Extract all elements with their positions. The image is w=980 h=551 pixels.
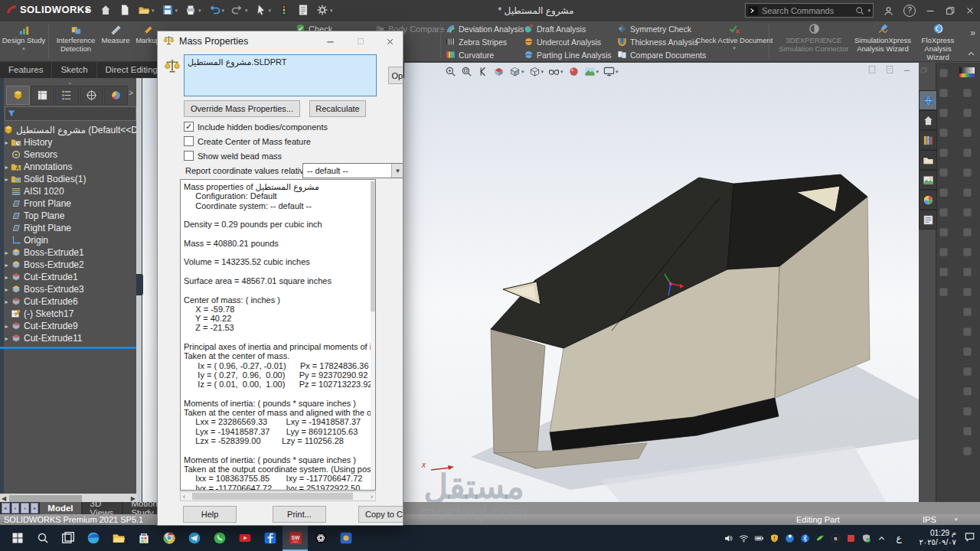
qa-options-dropdown-icon[interactable]: ▾ [330, 8, 333, 13]
search-dropdown-icon[interactable]: ▾ [867, 8, 871, 13]
tray-tray-expand-button[interactable] [876, 533, 887, 543]
checkbox-create-center-of-mass-feature[interactable]: Create Center of Mass feature [184, 136, 311, 146]
headsup-hide-show-items-button[interactable]: ▾ [548, 66, 564, 77]
taskbar-facebook-button[interactable] [257, 525, 283, 551]
tree-item-cut-extrude1[interactable]: ▸Cut-Extrude1 [0, 271, 137, 283]
checkbox-checked-icon[interactable]: ✓ [184, 122, 194, 132]
report-vscroll-thumb[interactable] [371, 181, 375, 311]
taskbar-clock[interactable]: 01:29 م ٢٠٢٥/٠٩/٠٧ [910, 529, 956, 548]
taskbar-app-blue-button[interactable] [333, 525, 358, 551]
panel-tab-displaymanager[interactable] [104, 86, 128, 105]
taskpane-tab-appearances-scenes[interactable] [919, 190, 937, 210]
options-button[interactable]: Options... [388, 67, 403, 84]
tree-item-solid-bodies-1[interactable]: ▸Solid Bodies(1) [0, 173, 137, 185]
expand-arrow-icon[interactable]: ▸ [2, 286, 11, 293]
tree-item-cut-extrude9[interactable]: ▸Cut-Extrude9 [0, 320, 137, 332]
qa-select-button[interactable]: ▾ [255, 4, 272, 16]
notification-center-button[interactable] [960, 531, 978, 546]
help-button-dialog[interactable]: Help [183, 506, 237, 523]
tree-item-sensors[interactable]: Sensors [0, 148, 137, 161]
qa-undo-dropdown-icon[interactable]: ▾ [222, 8, 225, 13]
tree-item-boss-extrude2[interactable]: ▸Boss-Extrude2 [0, 259, 137, 271]
ribbon-overflow-button[interactable]: » [970, 28, 975, 38]
panel-tab-propertymanager[interactable] [31, 86, 54, 105]
view-tab-model[interactable]: Model [40, 502, 80, 514]
view-nav-button[interactable]: › [21, 503, 29, 514]
units-label[interactable]: IPS [923, 515, 936, 524]
headsup-hide-show-items-dropdown-icon[interactable]: ▾ [560, 69, 564, 74]
expand-arrow-icon[interactable]: ▸ [2, 249, 11, 256]
view-nav-button[interactable]: » [31, 503, 39, 514]
deviation-analysis-button[interactable]: Deviation Analysis [446, 22, 524, 35]
tree-item-sketch17[interactable]: (-) Sketch17 [0, 308, 137, 320]
taskbar-store-button[interactable] [131, 525, 156, 551]
qa-save-dropdown-icon[interactable]: ▾ [175, 8, 178, 13]
dropdown-icon[interactable]: ▾ [22, 46, 25, 51]
dialog-close-button[interactable] [378, 31, 401, 51]
print-button[interactable]: Print... [273, 506, 326, 523]
tray-wifi-button[interactable] [738, 533, 750, 543]
tree-item-front-plane[interactable]: Front Plane [0, 197, 137, 210]
taskbar-chatgpt-button[interactable] [308, 525, 333, 551]
parting-line-analysis-button[interactable]: Parting Line Analysis [524, 48, 611, 61]
tree-item-aisi-1020[interactable]: AISI 1020 [0, 185, 137, 197]
headsup-view-orientation-button[interactable]: ▾ [509, 66, 524, 77]
tab-sketch[interactable]: Sketch [52, 61, 96, 78]
headsup-view-orientation-dropdown-icon[interactable]: ▾ [521, 69, 524, 74]
headsup-edit-appearance-button[interactable] [568, 66, 580, 77]
expand-arrow-icon[interactable]: ▸ [2, 298, 11, 305]
panel-tab-configurationmanager[interactable] [55, 86, 79, 105]
taskbar-chrome-button[interactable] [156, 525, 181, 551]
logo-expand-arrow-icon[interactable]: ▶ [86, 5, 91, 13]
taskbar-solidworks-app-button[interactable]: SW2021 [283, 525, 308, 551]
interference-detection-button[interactable]: Interference Detection [51, 23, 100, 60]
ribbon-collapse-button[interactable] [967, 47, 975, 61]
tray-bb-button[interactable]: B [830, 533, 841, 543]
tree-item-right-plane[interactable]: Right Plane [0, 222, 137, 234]
panel-tab-featuremanager[interactable] [6, 86, 30, 105]
search-commands-box[interactable]: Search Commands ▾ [745, 3, 874, 18]
recalculate-button[interactable]: Recalculate [309, 100, 366, 117]
taskbar-youtube-button[interactable] [232, 525, 257, 551]
override-mass-properties-button[interactable]: Override Mass Properties... [184, 100, 300, 117]
dialog-minimize-button[interactable] [318, 31, 341, 51]
tray-shield-alert-button[interactable] [769, 533, 780, 543]
appearance-swatch[interactable] [959, 67, 975, 77]
qa-select-dropdown-icon[interactable]: ▾ [269, 8, 272, 13]
qa-undo-button[interactable]: ▾ [208, 4, 225, 16]
expand-arrow-icon[interactable]: ▸ [2, 139, 11, 146]
qa-print-dropdown-icon[interactable]: ▾ [198, 8, 201, 13]
compare-documents-button[interactable]: Compare Documents [617, 48, 706, 61]
expand-arrow-icon[interactable]: ▸ [2, 176, 11, 183]
expand-arrow-icon[interactable]: ▸ [2, 323, 11, 330]
tray-shield-check-button[interactable] [861, 533, 872, 543]
taskbar-telegram-button[interactable] [181, 525, 207, 551]
qa-rebuild-button[interactable] [278, 4, 290, 16]
tab-features[interactable]: Features [0, 61, 52, 78]
window-minimize-button[interactable] [920, 0, 940, 21]
qa-redo-button[interactable]: ▾ [231, 4, 248, 16]
qa-options-button[interactable]: ▾ [316, 4, 333, 16]
doc-restore-icon[interactable] [920, 66, 928, 74]
mass-properties-report[interactable]: Mass properties of مشروع المستطيل Config… [180, 179, 376, 491]
headsup-view-settings-dropdown-icon[interactable]: ▾ [616, 69, 619, 74]
tray-red-cube-button[interactable] [845, 533, 857, 543]
simulationxpress-wizard-button[interactable]: SimulationXpress Analysis Wizard [854, 23, 911, 54]
taskpane-tab-file-explorer-pane[interactable] [919, 150, 937, 170]
headsup-view-settings-button[interactable]: ▾ [603, 66, 619, 77]
design-study-button[interactable]: Design Study▾ [2, 23, 46, 60]
panel-tab-dimxpertmanager[interactable] [80, 86, 103, 105]
expand-arrow-icon[interactable]: ▸ [2, 262, 11, 269]
view-nav-button[interactable]: « [2, 503, 10, 514]
taskbar-task-view-button[interactable] [55, 525, 80, 551]
taskpane-tab-custom-properties[interactable] [919, 210, 937, 230]
tray-wrench-button[interactable] [784, 533, 795, 543]
taskpane-tab-3dexperience-marketplace[interactable] [919, 90, 937, 110]
checkbox-unchecked-icon[interactable] [184, 151, 194, 161]
taskbar-edge-button[interactable] [80, 525, 106, 551]
qa-save-button[interactable]: ▾ [162, 4, 178, 16]
panel-hscroll-thumb[interactable] [9, 495, 82, 502]
view-nav-button[interactable]: ‹ [11, 503, 20, 514]
taskbar-file-explorer-app-button[interactable] [106, 525, 131, 551]
tree-item-boss-extrude1[interactable]: ▸Boss-Extrude1 [0, 246, 137, 259]
